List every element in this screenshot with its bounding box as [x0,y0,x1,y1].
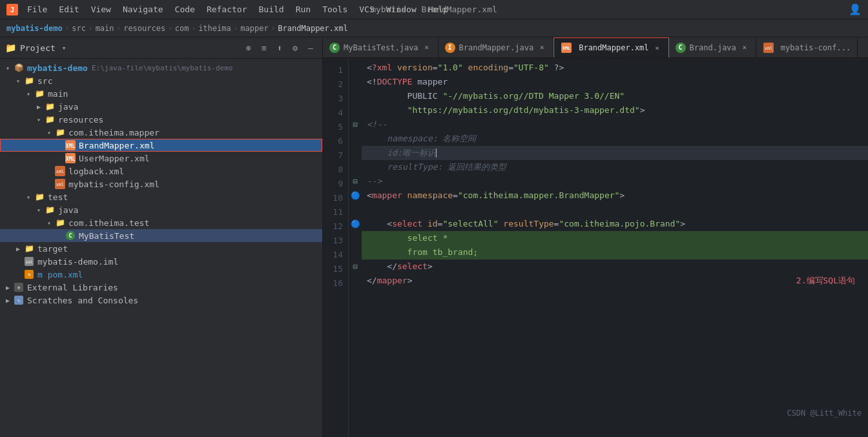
tree-label-resources: resources [58,115,103,125]
tab-close-mybatistest[interactable]: × [422,43,431,52]
sidebar-title: Project [20,43,56,53]
locate-file-button[interactable]: ⊕ [242,41,255,54]
tree-arrow-main: ▾ [23,90,34,97]
expand-button[interactable]: ⬆ [273,41,286,54]
code-line-5: <!-- [362,117,868,132]
tree-item-iml[interactable]: iml mybatis-demo.iml [0,255,322,268]
tree-item-test-pkg[interactable]: ▾ 📁 com.itheima.test [0,216,322,229]
sidebar-dropdown-arrow[interactable]: ▾ [62,44,67,52]
tab-brand-java[interactable]: C Brand.java × [669,37,756,57]
tab-label-mybatis-conf: mybatis-conf... [781,43,851,52]
java-icon-mybatistest: C [65,230,76,241]
tree-label-scratches: Scratches and Consoles [27,296,138,305]
menu-edit[interactable]: Edit [54,3,84,15]
tab-brandmapper-java[interactable]: I BrandMapper.java × [439,37,554,57]
code-line-9: --> [362,174,868,188]
tab-mybatis-conf[interactable]: xml mybatis-conf... [756,37,858,57]
menu-navigate[interactable]: Navigate [118,3,169,15]
breadcrumb-item-5[interactable]: itheima [198,24,231,33]
breadcrumb-item-6[interactable]: mapper [240,24,268,33]
gutter-fold-15[interactable]: ⊟ [349,259,362,274]
code-line-10: <mapper namespace="com.itheima.mapper.Br… [362,188,868,203]
breadcrumb-item-0[interactable]: mybatis-demo [6,24,63,33]
tree-label-main: main [48,89,68,99]
watermark: CSDN @Litt_White [787,409,862,418]
breadcrumb-item-4[interactable]: com [175,24,189,33]
tab-close-brandmapper-java[interactable]: × [537,43,546,52]
tree-label-mybatis-config: mybatis-config.xml [68,179,160,189]
tree-arrow-java-test: ▾ [34,207,44,214]
breadcrumb-item-1[interactable]: src [72,24,86,33]
window-title: mybatis - BrandMapper.xml [371,5,497,14]
menu-refactor[interactable]: Refactor [202,3,253,15]
tree-label-test: test [48,192,68,202]
code-line-16: </mapper> 2.编写SQL语句 [362,274,868,288]
code-content[interactable]: <?xml version="1.0" encoding="UTF-8" ?> … [362,58,868,437]
tab-mybatistest[interactable]: C MyBatisTest.java × [323,37,439,57]
tree-label-pom: m pom.xml [37,270,83,279]
breadcrumb-item-3[interactable]: resources [123,24,165,33]
xml-icon-brandmapper: XML [65,140,76,150]
code-line-14: from tb_brand; [362,245,868,259]
tree-item-test[interactable]: ▾ 📁 test [0,190,322,203]
menu-view[interactable]: View [86,3,116,15]
settings-button[interactable]: ⚙ [289,41,302,54]
menu-run[interactable]: Run [291,3,316,15]
xml-icon-logback: xml [54,166,66,176]
tree-label-target: target [37,244,68,254]
tree-item-main[interactable]: ▾ 📁 main [0,87,322,100]
hide-sidebar-button[interactable]: — [304,41,317,54]
line-numbers: 1 2 3 4 5 6 7 8 9 10 11 12 13 14 15 16 [323,58,349,437]
folder-icon-java: 📁 [44,101,56,112]
tree-item-logback-xml[interactable]: xml logback.xml [0,165,322,178]
tab-icon-brandmapper-java: I [445,43,455,53]
tree-item-mybatistest[interactable]: C MyBatisTest [0,229,322,242]
tree-item-pom[interactable]: M m pom.xml [0,268,322,281]
folder-icon-target: 📁 [23,243,35,254]
breadcrumb-item-2[interactable]: main [96,24,114,33]
tree-item-usermapper-xml[interactable]: XML UserMapper.xml [0,152,322,165]
sidebar-toolbar: ⊕ ≡ ⬆ ⚙ — [242,41,317,54]
tab-label-brandmapper-xml: BrandMapper.xml [579,43,648,52]
menu-code[interactable]: Code [170,3,200,15]
tab-close-brandmapper-xml[interactable]: × [653,43,662,52]
menu-build[interactable]: Build [254,3,289,15]
tree-item-scratches[interactable]: ▶ ✎ Scratches and Consoles [0,294,322,307]
tree-item-mybatis-demo[interactable]: ▾ 📦 mybatis-demo E:\java-file\mybatis\my… [0,61,322,74]
gutter-fold-9[interactable]: ⊟ [349,174,362,188]
gutter-7 [349,146,362,160]
gutter-16 [349,274,362,288]
collapse-all-button[interactable]: ≡ [258,41,271,54]
gutter-10: 🔵 [349,188,362,203]
code-line-6: namespace: 名称空间 [362,132,868,146]
tree-item-mapper-pkg[interactable]: ▾ 📁 com.itheima.mapper [0,126,322,139]
tree-item-target[interactable]: ▶ 📁 target [0,242,322,255]
tab-icon-mybatis-conf: xml [763,43,774,53]
user-icon[interactable]: 👤 [849,3,862,15]
editor-area: C MyBatisTest.java × I BrandMapper.java … [323,37,868,437]
title-bar: J File Edit View Navigate Code Refactor … [0,0,868,19]
svg-text:M: M [28,272,30,277]
tree-item-mybatis-config-xml[interactable]: xml mybatis-config.xml [0,178,322,190]
gutter-fold-5[interactable]: ⊟ [349,117,362,132]
tree-item-java[interactable]: ▶ 📁 java [0,100,322,113]
gutter-8 [349,160,362,174]
tree-item-java-test[interactable]: ▾ 📁 java [0,203,322,216]
tree-item-resources[interactable]: ▾ 📁 resources [0,113,322,126]
xml-icon-mybatis-config: xml [54,179,66,189]
tab-icon-brand-java: C [676,43,686,53]
tree-arrow-target: ▶ [13,245,23,252]
code-editor[interactable]: 1 2 3 4 5 6 7 8 9 10 11 12 13 14 15 16 [323,58,868,437]
tree-path-mybatis-demo: E:\java-file\mybatis\mybatis-demo [92,64,233,72]
menu-tools[interactable]: Tools [317,3,353,15]
breadcrumb-item-7[interactable]: BrandMapper.xml [278,24,347,33]
tree-item-src[interactable]: ▾ 📁 src [0,74,322,87]
menu-file[interactable]: File [22,3,52,15]
tree-arrow-test: ▾ [23,194,34,201]
tab-close-brand-java[interactable]: × [740,43,749,52]
tree-item-brandmapper-xml[interactable]: XML BrandMapper.xml [0,139,322,152]
sidebar-folder-icon: 📁 [5,43,16,53]
tab-brandmapper-xml[interactable]: XML BrandMapper.xml × [553,37,668,57]
main-layout: 📁 Project ▾ ⊕ ≡ ⬆ ⚙ — ▾ 📦 mybatis-demo E… [0,37,868,437]
tree-item-ext-libs[interactable]: ▶ ≡ External Libraries [0,281,322,294]
